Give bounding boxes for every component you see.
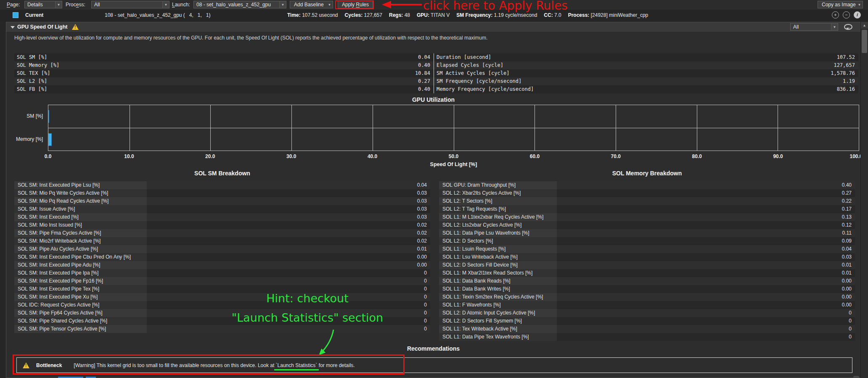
process-dropdown[interactable]: All ▼: [91, 1, 169, 8]
breakdown-row: SOL L1: M L1tex2xbar Req Cycles Active […: [439, 213, 855, 221]
section-filter-dropdown[interactable]: All ▼: [790, 23, 838, 31]
breakdown-row: SOL L1: Lsuin Requests [%] 0.04: [439, 245, 855, 253]
sol-summary-row: SOL Memory [%]0.40 Elapsed Cycles [cycle…: [14, 61, 858, 69]
x-tick-label: 100.0: [849, 153, 861, 159]
gpu-utilization-plot: [48, 105, 859, 151]
gridline: [130, 105, 130, 151]
bottleneck-label: Bottleneck: [36, 362, 62, 368]
breakdown-row: SOL SM: Pipe Alu Cycles Active [%] 0.01: [14, 245, 430, 253]
breakdown-row: SOL SM: Inst Executed Pipe Fp16 [%] 0: [14, 277, 430, 285]
sm-breakdown-title: SOL SM Breakdown: [14, 170, 430, 177]
breakdown-row: SOL L2: D Sectors Fill Sysmem [%] 0: [439, 317, 855, 325]
breakdown-row: SOL L1: Data Pipe Tex Wavefronts [%] 0: [439, 333, 855, 341]
chart-y-labels: SM [%]Memory [%]: [6, 105, 45, 151]
process-label: Process:: [66, 2, 85, 8]
breakdown-row: SOL L1: Texin Sm2tex Req Cycles Active […: [439, 293, 855, 301]
info-icon: i: [857, 13, 858, 17]
x-tick-label: 20.0: [205, 153, 215, 159]
scrollbar-thumb[interactable]: [862, 30, 867, 53]
breakdown-row: SOL L2: T Tag Requests [%] 0.17: [439, 205, 855, 213]
launch-dropdown[interactable]: 08 - set_halo_values_z_452_gpu ▼: [193, 1, 286, 8]
x-tick-label: 70.0: [611, 153, 621, 159]
gridline: [535, 105, 535, 151]
current-color-swatch: [13, 12, 19, 18]
bottleneck-recommendation: Bottleneck [Warning] This kernel grid is…: [16, 357, 852, 373]
chart-x-label: Speed Of Light [%]: [48, 161, 859, 167]
copy-as-image-button[interactable]: Copy as Image: [818, 1, 860, 8]
scrollbar-up-button[interactable]: ▲: [861, 22, 868, 29]
memory-breakdown-table: SOL GPU: Dram Throughput [%] 0.40 SOL L2…: [439, 181, 855, 341]
recommendations-title: Recommendations: [6, 345, 860, 352]
breakdown-row: SOL SM: Pipe Shared Cycles Active [%] 0: [14, 317, 430, 325]
gridline: [697, 105, 697, 151]
breakdown-row: SOL L1: Data Bank Reads [%] 0.00: [439, 277, 855, 285]
kernel-metric: GPU: TITAN V: [417, 12, 450, 18]
chevron-down-icon: ▼: [279, 1, 286, 8]
utilization-bar-sm: [48, 110, 49, 123]
section-header[interactable]: GPU Speed Of Light All ▼: [6, 22, 860, 32]
x-tick-label: 60.0: [530, 153, 540, 159]
warning-icon: [72, 24, 79, 30]
x-tick-label: 0.0: [45, 153, 52, 159]
breakdown-row: SOL L1: Data Bank Writes [%] 0.00: [439, 285, 855, 293]
breakdown-row: SOL SM: Pipe Fp64 Cycles Active [%] 0: [14, 309, 430, 317]
breakdown-row: SOL SM: Pipe Fma Cycles Active [%] 0.02: [14, 229, 430, 237]
x-tick-label: 30.0: [286, 153, 296, 159]
zoom-in-button[interactable]: +: [832, 11, 839, 19]
breakdown-row: SOL L1: Lsu Writeback Active [%] 0.03: [439, 253, 855, 261]
clipped-icon-fragment: [853, 376, 859, 378]
kernel-metric: Cycles: 127,657: [345, 12, 382, 18]
breakdown-row: SOL L2: T Sectors [%] 0.22: [439, 197, 855, 205]
x-tick-label: 80.0: [692, 153, 702, 159]
launch-label: Launch:: [172, 2, 190, 8]
x-tick-label: 50.0: [449, 153, 458, 159]
launch-statistics-reference: `Launch Statistics`: [276, 362, 318, 368]
kernel-metric: CC: 7.0: [544, 12, 561, 18]
comment-icon[interactable]: [844, 24, 852, 30]
apply-rules-button[interactable]: Apply Rules: [338, 1, 373, 8]
breakdown-row: SOL L2: D Atomic Input Cycles Active [%]…: [439, 309, 855, 317]
breakdown-row: SOL SM: Inst Executed [%] 0.03: [14, 213, 430, 221]
chevron-down-icon: ▼: [55, 1, 62, 8]
minus-icon: −: [845, 13, 847, 17]
sol-summary-table: SOL SM [%]0.04 Duration [usecond]107.52 …: [14, 53, 858, 93]
nsight-compute-details-page: Page: Details ▼ Process: All ▼ Launch: 0…: [0, 0, 868, 378]
breakdown-row: SOL SM: Inst Executed Pipe Adu [%] 0.00: [14, 261, 430, 269]
copy-as-image-dropdown-arrow[interactable]: ▼: [856, 1, 863, 8]
vertical-scrollbar[interactable]: ▲: [860, 22, 868, 378]
memory-breakdown-title: SOL Memory Breakdown: [439, 170, 855, 177]
kernel-metric: Time: 107.52 usecond: [287, 12, 338, 18]
breakdown-row: SOL L2: Lts2xbar Cycles Active [%] 0.12: [439, 221, 855, 229]
triangle-up-icon: ▲: [863, 24, 866, 27]
breakdown-row: SOL L2: D Sectors [%] 0.09: [439, 237, 855, 245]
chart-title: GPU Utilization: [6, 96, 860, 103]
sol-summary-row: SOL FB [%]0.40 Memory Frequency [cycle/u…: [14, 85, 858, 93]
breakdown-row: SOL SM: Inst Executed Pipe Cbu Pred On A…: [14, 253, 430, 261]
sol-summary-row: SOL SM [%]0.04 Duration [usecond]107.52: [14, 53, 858, 61]
y-axis-label: Memory [%]: [16, 136, 43, 142]
gridline: [616, 105, 616, 151]
add-baseline-dropdown-arrow[interactable]: ▼: [326, 1, 333, 8]
sol-summary-row: SOL TEX [%]10.84 SM Active Cycles [cycle…: [14, 69, 858, 77]
breakdown-row: SOL L1: Data Pipe Lsu Wavefronts [%] 0.1…: [439, 229, 855, 237]
utilization-bar-memory: [48, 133, 52, 146]
kernel-name: 108 - set_halo_values_z_452_gpu ( 4, 1, …: [105, 12, 211, 18]
current-baseline-row: Current 108 - set_halo_values_z_452_gpu …: [0, 10, 868, 21]
zoom-out-button[interactable]: −: [843, 11, 850, 19]
toolbar: Page: Details ▼ Process: All ▼ Launch: 0…: [0, 0, 868, 10]
info-button[interactable]: i: [854, 11, 861, 19]
chevron-down-icon: ▼: [831, 24, 838, 30]
kernel-metric: Process: [24928] miniWeather_cpp: [568, 12, 648, 18]
bottleneck-message: [Warning] This kernel grid is too small …: [74, 362, 355, 368]
breakdown-row: SOL GPU: Dram Throughput [%] 0.40: [439, 181, 855, 189]
kernel-metrics: Time: 107.52 usecondCycles: 127,657Regs:…: [287, 12, 655, 18]
collapse-caret-icon[interactable]: [11, 26, 15, 29]
breakdown-row: SOL SM: Mio Pq Read Cycles Active [%] 0.…: [14, 197, 430, 205]
page-dropdown[interactable]: Details ▼: [24, 1, 62, 8]
plus-icon: +: [834, 13, 836, 17]
breakdown-row: SOL SM: Mio Pq Write Cycles Active [%] 0…: [14, 189, 430, 197]
breakdown-row: SOL SM: Inst Executed Pipe Xu [%] 0: [14, 293, 430, 301]
add-baseline-button[interactable]: Add Baseline: [290, 1, 328, 8]
gridline: [778, 105, 778, 151]
gridline: [373, 105, 373, 151]
